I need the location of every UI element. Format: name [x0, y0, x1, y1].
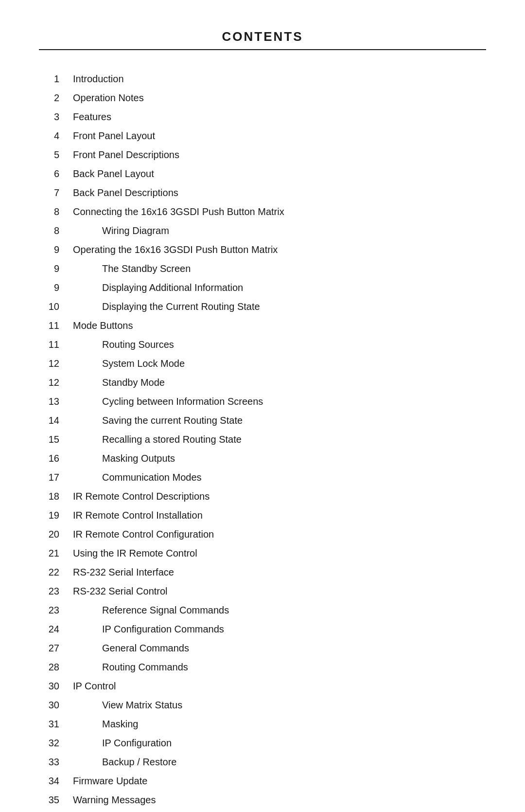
toc-row: 23RS-232 Serial Control [39, 582, 486, 601]
toc-page-number: 31 [39, 715, 73, 734]
toc-row: 24IP Configuration Commands [39, 620, 486, 639]
toc-page-number: 23 [39, 601, 73, 620]
toc-entry-label: Masking [73, 715, 486, 734]
toc-entry-label: Front Panel Descriptions [73, 145, 486, 164]
toc-page-number: 17 [39, 468, 73, 487]
toc-entry-label: RS-232 Serial Interface [73, 563, 486, 582]
toc-entry-label: Standby Mode [73, 373, 486, 392]
toc-entry-label: IR Remote Control Descriptions [73, 487, 486, 506]
toc-page-number: 30 [39, 677, 73, 696]
toc-row: 7Back Panel Descriptions [39, 183, 486, 202]
toc-entry-label: Routing Commands [73, 658, 486, 677]
toc-entry-label: Saving the current Routing State [73, 411, 486, 430]
toc-row: 33Backup / Restore [39, 753, 486, 772]
toc-page-number: 5 [39, 145, 73, 164]
toc-entry-label: The Standby Screen [73, 259, 486, 278]
toc-row: 30IP Control [39, 677, 486, 696]
toc-entry-label: Operating the 16x16 3GSDI Push Button Ma… [73, 240, 486, 259]
toc-page-number: 15 [39, 430, 73, 449]
toc-row: 20IR Remote Control Configuration [39, 525, 486, 544]
toc-entry-label: RS-232 Serial Control [73, 582, 486, 601]
toc-row: 14Saving the current Routing State [39, 411, 486, 430]
toc-row: 9Operating the 16x16 3GSDI Push Button M… [39, 240, 486, 259]
toc-row: 9The Standby Screen [39, 259, 486, 278]
toc-row: 10Displaying the Current Routing State [39, 297, 486, 316]
toc-page-number: 22 [39, 563, 73, 582]
toc-page-number: 28 [39, 658, 73, 677]
toc-row: 8Connecting the 16x16 3GSDI Push Button … [39, 202, 486, 221]
toc-row: 11Routing Sources [39, 335, 486, 354]
toc-entry-label: IP Control [73, 677, 486, 696]
toc-page-number: 23 [39, 582, 73, 601]
toc-page-number: 2 [39, 89, 73, 108]
toc-entry-label: View Matrix Status [73, 696, 486, 715]
toc-page-number: 8 [39, 221, 73, 240]
toc-entry-label: Recalling a stored Routing State [73, 430, 486, 449]
toc-page-number: 4 [39, 126, 73, 145]
toc-entry-label: Displaying Additional Information [73, 278, 486, 297]
toc-row: 34Firmware Update [39, 772, 486, 791]
toc-entry-label: Masking Outputs [73, 449, 486, 468]
toc-row: 1Introduction [39, 70, 486, 89]
toc-row: 27General Commands [39, 639, 486, 658]
toc-entry-label: Front Panel Layout [73, 126, 486, 145]
toc-page-number: 1 [39, 70, 73, 89]
toc-page-number: 34 [39, 772, 73, 791]
toc-row: 22RS-232 Serial Interface [39, 563, 486, 582]
toc-entry-label: Back Panel Layout [73, 164, 486, 183]
toc-row: 8Wiring Diagram [39, 221, 486, 240]
toc-row: 36Rack Mount Safety Information [39, 810, 486, 812]
toc-entry-label: Rack Mount Safety Information [73, 810, 486, 812]
toc-entry-label: Back Panel Descriptions [73, 183, 486, 202]
toc-entry-label: IP Configuration Commands [73, 620, 486, 639]
toc-row: 12Standby Mode [39, 373, 486, 392]
toc-row: 15Recalling a stored Routing State [39, 430, 486, 449]
toc-entry-label: Wiring Diagram [73, 221, 486, 240]
toc-page-number: 9 [39, 278, 73, 297]
toc-row: 2Operation Notes [39, 89, 486, 108]
toc-entry-label: Using the IR Remote Control [73, 544, 486, 563]
toc-row: 11Mode Buttons [39, 316, 486, 335]
toc-page-number: 16 [39, 449, 73, 468]
toc-row: 12System Lock Mode [39, 354, 486, 373]
toc-entry-label: Firmware Update [73, 772, 486, 791]
toc-row: 17Communication Modes [39, 468, 486, 487]
toc-page-number: 18 [39, 487, 73, 506]
contents-title: CONTENTS [39, 29, 486, 44]
toc-row: 31Masking [39, 715, 486, 734]
toc-entry-label: IR Remote Control Configuration [73, 525, 486, 544]
toc-entry-label: System Lock Mode [73, 354, 486, 373]
toc-row: 18IR Remote Control Descriptions [39, 487, 486, 506]
toc-page-number: 6 [39, 164, 73, 183]
toc-page-number: 33 [39, 753, 73, 772]
toc-page-number: 27 [39, 639, 73, 658]
toc-entry-label: Warning Messages [73, 791, 486, 810]
toc-entry-label: Features [73, 108, 486, 126]
toc-page-number: 35 [39, 791, 73, 810]
toc-page-number: 11 [39, 316, 73, 335]
toc-page-number: 9 [39, 240, 73, 259]
toc-page-number: 3 [39, 108, 73, 126]
toc-entry-label: Routing Sources [73, 335, 486, 354]
toc-row: 4Front Panel Layout [39, 126, 486, 145]
toc-entry-label: Communication Modes [73, 468, 486, 487]
toc-row: 5Front Panel Descriptions [39, 145, 486, 164]
toc-entry-label: Operation Notes [73, 89, 486, 108]
toc-entry-label: Backup / Restore [73, 753, 486, 772]
toc-row: 6Back Panel Layout [39, 164, 486, 183]
toc-row: 19IR Remote Control Installation [39, 506, 486, 525]
toc-page-number: 10 [39, 297, 73, 316]
toc-row: 9Displaying Additional Information [39, 278, 486, 297]
toc-row: 13Cycling between Information Screens [39, 392, 486, 411]
toc-page-number: 19 [39, 506, 73, 525]
toc-row: 28Routing Commands [39, 658, 486, 677]
toc-entry-label: IR Remote Control Installation [73, 506, 486, 525]
toc-entry-label: Connecting the 16x16 3GSDI Push Button M… [73, 202, 486, 221]
toc-entry-label: Displaying the Current Routing State [73, 297, 486, 316]
toc-page-number: 30 [39, 696, 73, 715]
toc-page-number: 7 [39, 183, 73, 202]
toc-page-number: 32 [39, 734, 73, 753]
toc-entry-label: General Commands [73, 639, 486, 658]
toc-page-number: 11 [39, 335, 73, 354]
header-divider [39, 49, 486, 50]
